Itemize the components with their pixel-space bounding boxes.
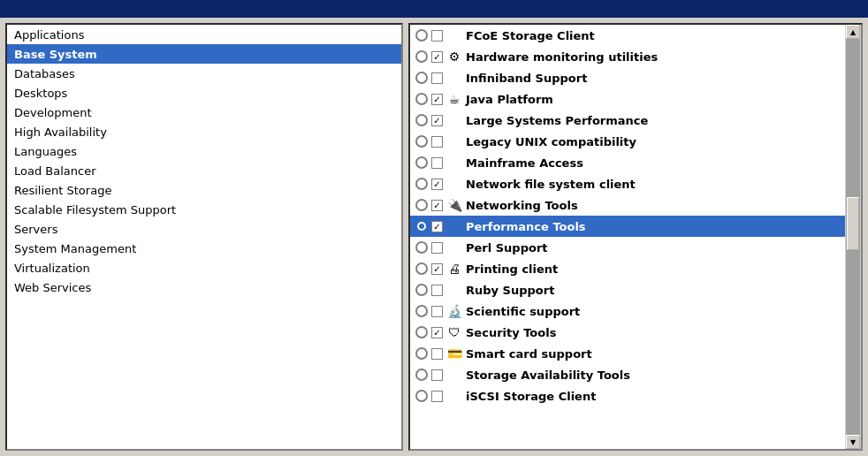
right-item-legacy-unix[interactable]: Legacy UNIX compatibility	[410, 131, 845, 152]
checkbox-java-platform[interactable]	[431, 94, 443, 105]
radio-hardware-monitoring[interactable]	[415, 50, 428, 63]
sidebar-item-label: Base System	[14, 48, 97, 61]
right-item-large-systems[interactable]: Large Systems Performance	[410, 110, 845, 131]
checkbox-printing-client[interactable]	[431, 263, 443, 275]
radio-java-platform[interactable]	[415, 93, 428, 105]
sidebar-item-high-availability[interactable]: High Availability	[7, 122, 401, 141]
right-item-fcoe-storage[interactable]: FCoE Storage Client	[410, 25, 845, 46]
right-item-network-filesystem[interactable]: Network file system client	[410, 173, 845, 194]
sidebar-item-languages[interactable]: Languages	[7, 141, 401, 161]
scroll-thumb[interactable]	[847, 197, 859, 250]
checkbox-hardware-monitoring[interactable]	[431, 51, 443, 63]
security-icon: 🛡	[446, 324, 462, 340]
checkbox-mainframe-access[interactable]	[431, 157, 443, 169]
sidebar-item-system-management[interactable]: System Management	[7, 239, 401, 258]
sidebar-item-web-services[interactable]: Web Services	[7, 277, 401, 297]
radio-networking-tools[interactable]	[415, 199, 428, 211]
radio-security-tools[interactable]	[415, 326, 428, 338]
sidebar-item-label: Resilient Storage	[14, 184, 111, 197]
checkbox-security-tools[interactable]	[431, 327, 443, 338]
sidebar-item-label: Applications	[14, 28, 84, 42]
sidebar-item-label: Servers	[14, 223, 57, 236]
radio-iscsi-storage[interactable]	[415, 390, 428, 402]
radio-ruby-support[interactable]	[415, 284, 428, 296]
right-item-networking-tools[interactable]: 🔌Networking Tools	[410, 194, 845, 216]
scroll-up-button[interactable]: ▲	[846, 25, 860, 39]
right-item-mainframe-access[interactable]: Mainframe Access	[410, 152, 845, 173]
right-item-smart-card[interactable]: 💳Smart card support	[410, 343, 845, 364]
radio-smart-card[interactable]	[415, 347, 428, 360]
sidebar-item-label: Scalable Filesystem Support	[14, 203, 176, 217]
right-item-label: Scientific support	[466, 305, 580, 318]
right-item-iscsi-storage[interactable]: iSCSI Storage Client	[410, 385, 845, 407]
right-item-printing-client[interactable]: 🖨Printing client	[410, 258, 845, 279]
radio-performance-tools[interactable]	[415, 220, 428, 232]
printer-icon: 🖨	[446, 261, 462, 277]
radio-large-systems[interactable]	[415, 114, 428, 126]
scroll-down-button[interactable]: ▼	[846, 435, 860, 449]
sidebar-item-base-system[interactable]: Base System	[7, 44, 401, 64]
radio-printing-client[interactable]	[415, 262, 428, 275]
checkbox-scientific-support[interactable]	[431, 306, 443, 317]
right-item-perl-support[interactable]: Perl Support	[410, 237, 845, 258]
right-item-label: Network file system client	[466, 178, 636, 191]
right-item-java-platform[interactable]: ☕Java Platform	[410, 88, 845, 110]
right-item-storage-availability[interactable]: Storage Availability Tools	[410, 364, 845, 385]
sidebar-item-label: Virtualization	[14, 262, 90, 275]
right-item-label: Mainframe Access	[466, 156, 583, 170]
science-icon: 🔬	[446, 303, 462, 319]
sidebar-item-development[interactable]: Development	[7, 103, 401, 122]
right-item-ruby-support[interactable]: Ruby Support	[410, 279, 845, 300]
checkbox-performance-tools[interactable]	[431, 221, 443, 232]
left-panel: ApplicationsBase SystemDatabasesDesktops…	[5, 23, 403, 451]
right-item-label: Java Platform	[466, 93, 553, 106]
sidebar-item-label: Languages	[14, 145, 77, 158]
empty-icon	[446, 155, 462, 171]
gear-icon: ⚙	[446, 49, 462, 65]
sidebar-item-resilient-storage[interactable]: Resilient Storage	[7, 180, 401, 200]
right-item-label: Legacy UNIX compatibility	[466, 135, 636, 148]
right-item-security-tools[interactable]: 🛡Security Tools	[410, 322, 845, 343]
right-item-infiniband[interactable]: Infiniband Support	[410, 67, 845, 88]
right-item-label: Performance Tools	[466, 220, 586, 233]
sidebar-item-label: Development	[14, 106, 92, 119]
radio-fcoe-storage[interactable]	[415, 29, 428, 42]
radio-scientific-support[interactable]	[415, 305, 428, 317]
right-item-label: Printing client	[466, 262, 558, 276]
checkbox-storage-availability[interactable]	[431, 369, 443, 381]
radio-mainframe-access[interactable]	[415, 156, 428, 169]
checkbox-network-filesystem[interactable]	[431, 179, 443, 190]
java-icon: ☕	[446, 91, 462, 107]
checkbox-smart-card[interactable]	[431, 348, 443, 360]
scrollbar[interactable]: ▲ ▼	[845, 25, 861, 449]
scroll-track[interactable]	[846, 39, 860, 435]
sidebar-item-load-balancer[interactable]: Load Balancer	[7, 161, 401, 180]
checkbox-ruby-support[interactable]	[431, 285, 443, 296]
card-icon: 💳	[446, 346, 462, 361]
right-item-label: Security Tools	[466, 326, 556, 339]
sidebar-item-label: High Availability	[14, 125, 107, 139]
right-item-label: Large Systems Performance	[466, 114, 648, 127]
checkbox-large-systems[interactable]	[431, 115, 443, 126]
sidebar-item-scalable-filesystem[interactable]: Scalable Filesystem Support	[7, 200, 401, 219]
sidebar-item-desktops[interactable]: Desktops	[7, 83, 401, 103]
right-item-scientific-support[interactable]: 🔬Scientific support	[410, 300, 845, 322]
radio-perl-support[interactable]	[415, 241, 428, 254]
radio-infiniband[interactable]	[415, 72, 428, 84]
radio-storage-availability[interactable]	[415, 369, 428, 381]
sidebar-item-databases[interactable]: Databases	[7, 64, 401, 83]
radio-network-filesystem[interactable]	[415, 178, 428, 190]
sidebar-item-virtualization[interactable]: Virtualization	[7, 258, 401, 277]
checkbox-perl-support[interactable]	[431, 242, 443, 254]
checkbox-legacy-unix[interactable]	[431, 136, 443, 148]
checkbox-iscsi-storage[interactable]	[431, 391, 443, 402]
radio-legacy-unix[interactable]	[415, 135, 428, 148]
sidebar-item-applications[interactable]: Applications	[7, 25, 401, 44]
right-item-performance-tools[interactable]: Performance Tools	[410, 216, 845, 237]
sidebar-item-servers[interactable]: Servers	[7, 219, 401, 239]
right-item-label: Perl Support	[466, 241, 548, 255]
right-item-hardware-monitoring[interactable]: ⚙Hardware monitoring utilities	[410, 46, 845, 67]
checkbox-infiniband[interactable]	[431, 72, 443, 84]
checkbox-networking-tools[interactable]	[431, 200, 443, 211]
checkbox-fcoe-storage[interactable]	[431, 30, 443, 42]
